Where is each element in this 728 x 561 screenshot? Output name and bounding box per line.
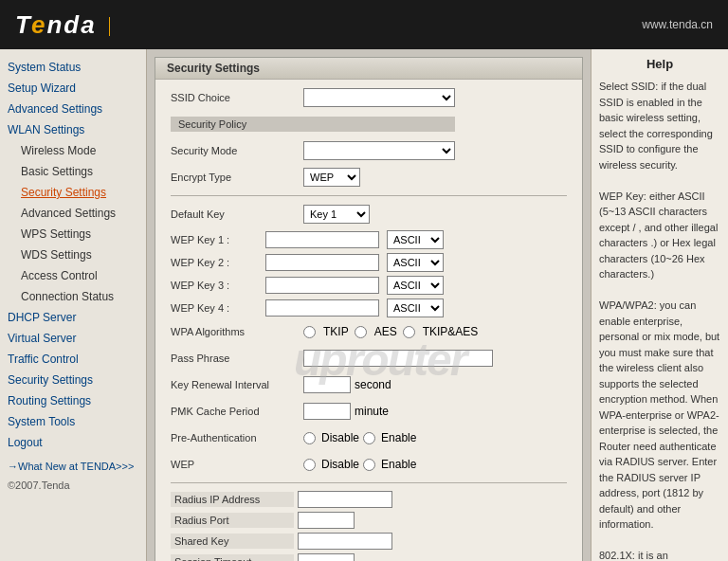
radius-port-label: Radius Port — [171, 513, 294, 528]
divider-1 — [171, 195, 567, 196]
panel-body: SSID Choice Security Policy Security Mod… — [155, 80, 582, 561]
wpa-tkip-radio[interactable] — [303, 326, 316, 338]
wep-disable-radio[interactable] — [303, 459, 316, 471]
pass-phrase-input[interactable] — [303, 350, 493, 367]
key-renewal-label: Key Renewal Interval — [171, 379, 303, 390]
wpa-algorithms-row: WPA Algorithms TKIP AES TKIP&AES — [171, 321, 567, 342]
pre-auth-disable-radio[interactable] — [303, 432, 316, 444]
logo: Tenda — [15, 9, 114, 40]
header: Tenda www.tenda.cn — [0, 0, 728, 49]
sidebar-item-wps-settings[interactable]: WPS Settings — [0, 224, 146, 244]
radius-port-input[interactable] — [298, 512, 355, 529]
wep-key3-label: WEP Key 3 : — [171, 280, 265, 291]
key-renewal-row: Key Renewal Interval second — [171, 374, 567, 395]
settings-panel: Security Settings SSID Choice Security P… — [155, 57, 583, 561]
pre-auth-enable-radio[interactable] — [363, 432, 375, 444]
session-timeout-row: Session Timeout — [171, 553, 567, 561]
sidebar-item-connection-status[interactable]: Connection Status — [0, 286, 146, 307]
wep-key3-row: WEP Key 3 : ASCII — [171, 276, 567, 295]
sidebar-item-system-tools[interactable]: System Tools — [0, 411, 146, 432]
wep-key1-type[interactable]: ASCII — [387, 230, 444, 249]
shared-key-input[interactable] — [298, 533, 392, 550]
header-url: www.tenda.cn — [642, 18, 713, 31]
help-title: Help — [599, 57, 720, 71]
wep-key1-input[interactable] — [265, 231, 379, 248]
pass-phrase-row: Pass Phrase — [171, 348, 567, 369]
sidebar-item-advanced-settings-1[interactable]: Advanced Settings — [0, 99, 146, 119]
wep-toggle-control: Disable Enable — [303, 458, 567, 471]
wpa-aes-radio[interactable] — [355, 326, 367, 338]
sidebar-item-access-control[interactable]: Access Control — [0, 265, 146, 286]
radius-ip-row: Radius IP Address — [171, 491, 567, 508]
wep-key4-label: WEP Key 4 : — [171, 302, 265, 314]
ssid-choice-label: SSID Choice — [171, 92, 303, 103]
tkip-label: TKIP — [323, 325, 349, 338]
sidebar: System Status Setup Wizard Advanced Sett… — [0, 49, 147, 561]
security-mode-row: Security Mode — [171, 140, 567, 161]
encrypt-type-control: WEP — [303, 168, 567, 187]
sidebar-item-traffic-control[interactable]: Traffic Control — [0, 349, 146, 370]
wep-key4-input[interactable] — [265, 299, 379, 317]
wep-key2-type[interactable]: ASCII — [387, 253, 444, 272]
pmc-cache-label: PMK Cache Period — [171, 406, 303, 417]
main-layout: System Status Setup Wizard Advanced Sett… — [0, 49, 728, 561]
wep-key4-type[interactable]: ASCII — [387, 299, 444, 317]
sidebar-item-security-settings[interactable]: Security Settings — [0, 370, 146, 390]
radius-ip-label: Radius IP Address — [171, 492, 294, 507]
sidebar-item-wds-settings[interactable]: WDS Settings — [0, 244, 146, 265]
sidebar-item-copyright: ©2007.Tenda — [0, 476, 146, 495]
second-label: second — [355, 378, 391, 391]
radius-port-row: Radius Port — [171, 512, 567, 529]
sidebar-item-advanced-settings-2[interactable]: Advanced Settings — [0, 203, 146, 224]
sidebar-item-virtual-server[interactable]: Virtual Server — [0, 328, 146, 349]
pmc-cache-row: PMK Cache Period minute — [171, 401, 567, 422]
wpa-algorithms-control: TKIP AES TKIP&AES — [303, 325, 567, 338]
shared-key-label: Shared Key — [171, 534, 294, 549]
tkip-aes-label: TKIP&AES — [423, 325, 479, 338]
sidebar-item-wireless-mode[interactable]: Wireless Mode — [0, 140, 146, 161]
default-key-select[interactable]: Key 1 — [303, 205, 370, 224]
session-timeout-input[interactable] — [298, 553, 355, 561]
sidebar-item-basic-settings[interactable]: Basic Settings — [0, 161, 146, 182]
help-text: Select SSID: if the dual SSID is enabled… — [599, 79, 720, 561]
aes-label: AES — [374, 325, 397, 338]
shared-key-row: Shared Key — [171, 533, 567, 550]
sidebar-item-what-new[interactable]: →What New at TENDA>>> — [0, 457, 146, 476]
pre-auth-enable-label: Enable — [381, 431, 416, 444]
sidebar-item-wlan-settings[interactable]: WLAN Settings — [0, 119, 146, 140]
wep-key1-label: WEP Key 1 : — [171, 234, 265, 245]
wep-key3-input[interactable] — [265, 277, 379, 294]
wep-key2-input[interactable] — [265, 254, 379, 271]
security-mode-control — [303, 141, 567, 160]
pass-phrase-control — [303, 350, 567, 367]
security-mode-select[interactable] — [303, 141, 455, 160]
key-renewal-control: second — [303, 376, 567, 393]
sidebar-item-security-settings-link[interactable]: Security Settings — [0, 182, 146, 203]
wep-key2-label: WEP Key 2 : — [171, 257, 265, 268]
default-key-row: Default Key Key 1 — [171, 204, 567, 225]
wep-key3-type[interactable]: ASCII — [387, 276, 444, 295]
sidebar-item-logout[interactable]: Logout — [0, 432, 146, 453]
wep-disable-label: Disable — [321, 458, 359, 471]
default-key-control: Key 1 — [303, 205, 567, 224]
sidebar-item-setup-wizard[interactable]: Setup Wizard — [0, 78, 146, 99]
wep-enable-radio[interactable] — [363, 459, 375, 471]
pre-auth-control: Disable Enable — [303, 431, 567, 444]
ssid-choice-control — [303, 88, 567, 107]
security-policy-row: Security Policy — [171, 114, 567, 135]
sidebar-item-dhcp-server[interactable]: DHCP Server — [0, 307, 146, 328]
sidebar-item-routing-settings[interactable]: Routing Settings — [0, 390, 146, 411]
pmc-cache-control: minute — [303, 403, 567, 420]
security-mode-label: Security Mode — [171, 145, 303, 156]
pmc-cache-input[interactable] — [303, 403, 351, 420]
ssid-choice-select[interactable] — [303, 88, 455, 107]
radius-ip-input[interactable] — [298, 491, 392, 508]
encrypt-type-select[interactable]: WEP — [303, 168, 360, 187]
panel-title: Security Settings — [155, 58, 582, 80]
wep-enable-label: Enable — [381, 458, 416, 471]
sidebar-item-system-status[interactable]: System Status — [0, 57, 146, 78]
key-renewal-input[interactable] — [303, 376, 351, 393]
wpa-tkip-aes-radio[interactable] — [403, 326, 415, 338]
wpa-algorithms-label: WPA Algorithms — [171, 326, 303, 337]
wep-toggle-row: WEP Disable Enable — [171, 454, 567, 475]
